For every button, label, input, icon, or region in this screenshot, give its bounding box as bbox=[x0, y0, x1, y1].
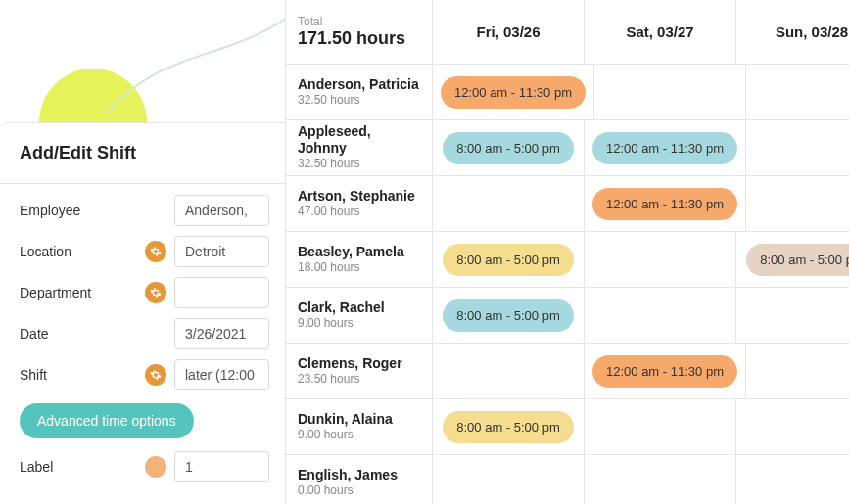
day-cell[interactable] bbox=[433, 176, 585, 231]
shift-pill[interactable]: 12:00 am - 11:30 pm bbox=[592, 132, 737, 164]
shift-pill[interactable]: 8:00 am - 5:00 pm bbox=[443, 411, 574, 443]
day-cell[interactable] bbox=[594, 65, 746, 119]
table-row: Clemens, Roger23.50 hours12:00 am - 11:3… bbox=[286, 344, 849, 399]
row-shift: Shift bbox=[0, 354, 285, 395]
employee-cell[interactable]: English, James0.00 hours bbox=[286, 455, 433, 504]
date-field[interactable] bbox=[174, 318, 269, 349]
employee-cell[interactable]: Dunkin, Alaina9.00 hours bbox=[286, 399, 433, 454]
add-edit-shift-panel: Add/Edit Shift Employee Location Departm… bbox=[0, 122, 286, 504]
schedule-header: Total 171.50 hours Fri, 03/26 Sat, 03/27… bbox=[286, 0, 849, 65]
employee-cell[interactable]: Clemens, Roger23.50 hours bbox=[286, 344, 433, 398]
label-color-dot[interactable] bbox=[145, 456, 166, 478]
panel-title: Add/Edit Shift bbox=[0, 123, 285, 184]
decor-line bbox=[108, 5, 304, 122]
row-location: Location bbox=[0, 231, 285, 272]
shift-pill[interactable]: 8:00 am - 5:00 pm bbox=[746, 244, 849, 276]
total-value: 171.50 hours bbox=[298, 28, 420, 49]
employee-name: Beasley, Pamela bbox=[298, 244, 420, 260]
label-employee: Employee bbox=[20, 203, 137, 218]
label-field[interactable] bbox=[174, 451, 269, 482]
table-row: Anderson, Patricia32.50 hours12:00 am - … bbox=[286, 65, 849, 120]
spacer bbox=[145, 323, 166, 344]
employee-name: Artson, Stephanie bbox=[298, 188, 420, 205]
employee-field[interactable] bbox=[174, 195, 269, 226]
employee-hours: 18.00 hours bbox=[298, 260, 420, 276]
day-cell[interactable] bbox=[746, 344, 849, 398]
day-cell[interactable]: 12:00 am - 11:30 pm bbox=[585, 120, 746, 175]
row-department: Department bbox=[0, 272, 285, 313]
schedule-panel: Total 171.50 hours Fri, 03/26 Sat, 03/27… bbox=[285, 0, 849, 504]
day-header-0[interactable]: Fri, 03/26 bbox=[433, 0, 585, 64]
day-cell[interactable] bbox=[746, 120, 849, 175]
shift-pill[interactable]: 8:00 am - 5:00 pm bbox=[443, 299, 574, 332]
day-cell[interactable] bbox=[736, 288, 849, 343]
shift-pill[interactable]: 8:00 am - 5:00 pm bbox=[443, 244, 574, 276]
day-cell[interactable]: 12:00 am - 11:30 pm bbox=[433, 65, 594, 119]
schedule-body: Anderson, Patricia32.50 hours12:00 am - … bbox=[286, 65, 849, 504]
day-cell[interactable]: 8:00 am - 5:00 pm bbox=[433, 120, 585, 175]
day-cell[interactable] bbox=[736, 455, 849, 504]
employee-hours: 47.00 hours bbox=[298, 205, 420, 220]
employee-hours: 0.00 hours bbox=[298, 483, 420, 499]
table-row: Clark, Rachel9.00 hours8:00 am - 5:00 pm bbox=[286, 288, 849, 344]
employee-cell[interactable]: Artson, Stephanie47.00 hours bbox=[286, 176, 433, 231]
row-label: Label bbox=[0, 446, 285, 487]
shift-pill[interactable]: 12:00 am - 11:30 pm bbox=[592, 188, 737, 220]
employee-cell[interactable]: Anderson, Patricia32.50 hours bbox=[286, 65, 433, 119]
gear-icon[interactable] bbox=[145, 241, 166, 262]
day-cell[interactable]: 8:00 am - 5:00 pm bbox=[433, 288, 585, 343]
day-cell[interactable]: 8:00 am - 5:00 pm bbox=[433, 399, 585, 454]
shift-field[interactable] bbox=[174, 359, 269, 390]
employee-hours: 23.50 hours bbox=[298, 372, 420, 388]
department-field[interactable] bbox=[174, 277, 269, 308]
gear-icon-svg bbox=[150, 246, 162, 257]
gear-icon[interactable] bbox=[145, 364, 166, 386]
day-cell[interactable]: 12:00 am - 11:30 pm bbox=[585, 344, 746, 398]
employee-hours: 32.50 hours bbox=[298, 157, 420, 172]
label-location: Location bbox=[20, 244, 137, 259]
table-row: Appleseed, Johnny32.50 hours8:00 am - 5:… bbox=[286, 120, 849, 176]
day-cell[interactable] bbox=[736, 399, 849, 454]
gear-icon[interactable] bbox=[145, 282, 166, 303]
day-cell[interactable] bbox=[433, 455, 585, 504]
spacer bbox=[145, 200, 166, 221]
day-header-1[interactable]: Sat, 03/27 bbox=[585, 0, 736, 64]
employee-cell[interactable]: Clark, Rachel9.00 hours bbox=[286, 288, 433, 343]
shift-pill[interactable]: 12:00 am - 11:30 pm bbox=[441, 76, 586, 109]
advanced-time-options-button[interactable]: Advanced time options bbox=[20, 403, 194, 438]
employee-name: Clark, Rachel bbox=[298, 299, 420, 316]
table-row: Artson, Stephanie47.00 hours12:00 am - 1… bbox=[286, 176, 849, 232]
shift-pill[interactable]: 12:00 am - 11:30 pm bbox=[592, 355, 737, 388]
day-header-2[interactable]: Sun, 03/28 bbox=[736, 0, 849, 64]
gear-icon-svg bbox=[150, 369, 162, 381]
employee-name: Dunkin, Alaina bbox=[298, 411, 420, 428]
total-label: Total bbox=[298, 15, 420, 28]
location-field[interactable] bbox=[174, 236, 269, 267]
employee-name: English, James bbox=[298, 467, 420, 483]
day-cell[interactable]: 8:00 am - 5:00 pm bbox=[433, 232, 585, 287]
label-date: Date bbox=[20, 326, 137, 342]
day-cell[interactable] bbox=[746, 65, 849, 119]
day-cell[interactable] bbox=[585, 288, 736, 343]
day-cell[interactable] bbox=[585, 455, 736, 504]
day-cell[interactable] bbox=[585, 399, 736, 454]
employee-name: Appleseed, Johnny bbox=[298, 123, 420, 157]
shift-pill[interactable]: 8:00 am - 5:00 pm bbox=[443, 132, 574, 164]
employee-name: Anderson, Patricia bbox=[298, 76, 420, 93]
employee-cell[interactable]: Beasley, Pamela18.00 hours bbox=[286, 232, 433, 287]
day-cell[interactable] bbox=[585, 232, 736, 287]
day-cell[interactable] bbox=[433, 344, 585, 398]
employee-name: Clemens, Roger bbox=[298, 355, 420, 372]
employee-cell[interactable]: Appleseed, Johnny32.50 hours bbox=[286, 120, 433, 175]
total-hours-cell: Total 171.50 hours bbox=[286, 0, 433, 64]
employee-hours: 32.50 hours bbox=[298, 93, 420, 109]
day-cell[interactable]: 8:00 am - 5:00 pm bbox=[736, 232, 849, 287]
day-cell[interactable]: 12:00 am - 11:30 pm bbox=[585, 176, 746, 231]
table-row: English, James0.00 hours bbox=[286, 455, 849, 504]
employee-hours: 9.00 hours bbox=[298, 428, 420, 443]
table-row: Beasley, Pamela18.00 hours8:00 am - 5:00… bbox=[286, 232, 849, 288]
day-cell[interactable] bbox=[746, 176, 849, 231]
label-department: Department bbox=[20, 285, 137, 300]
label-shift: Shift bbox=[20, 367, 137, 383]
gear-icon-svg bbox=[150, 287, 162, 298]
